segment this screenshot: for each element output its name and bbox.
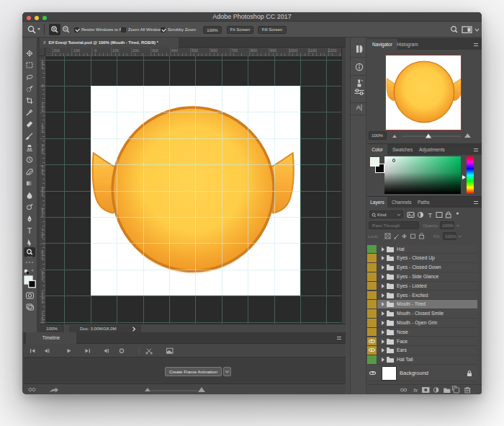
svg-text:T: T [27,226,32,235]
svg-text:T: T [428,211,433,218]
svg-text:fx: fx [413,387,418,394]
